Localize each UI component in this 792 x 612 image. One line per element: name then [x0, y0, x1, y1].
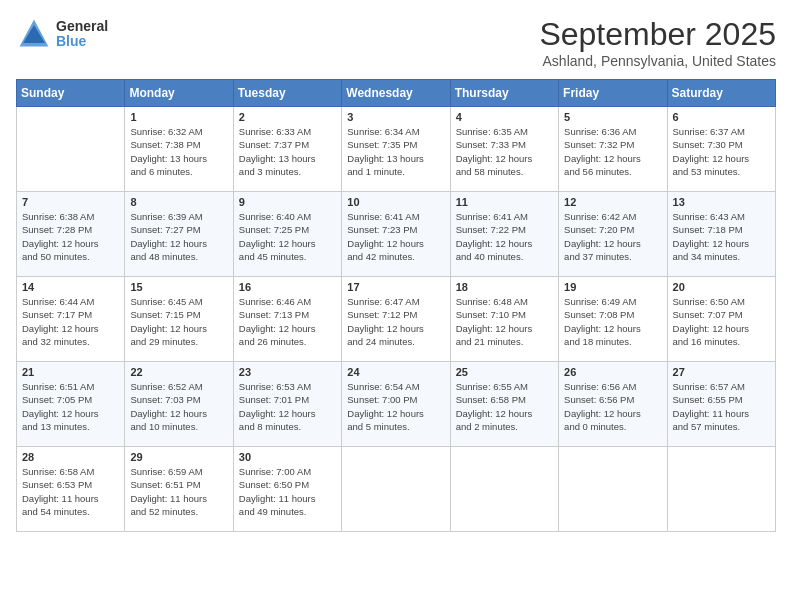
day-number: 1: [130, 111, 227, 123]
day-number: 9: [239, 196, 336, 208]
day-number: 18: [456, 281, 553, 293]
day-number: 3: [347, 111, 444, 123]
calendar-week-3: 14Sunrise: 6:44 AM Sunset: 7:17 PM Dayli…: [17, 277, 776, 362]
calendar-day: 12Sunrise: 6:42 AM Sunset: 7:20 PM Dayli…: [559, 192, 667, 277]
calendar-day: 8Sunrise: 6:39 AM Sunset: 7:27 PM Daylig…: [125, 192, 233, 277]
calendar-day: 27Sunrise: 6:57 AM Sunset: 6:55 PM Dayli…: [667, 362, 775, 447]
col-header-tuesday: Tuesday: [233, 80, 341, 107]
month-title: September 2025: [539, 16, 776, 53]
day-info: Sunrise: 6:57 AM Sunset: 6:55 PM Dayligh…: [673, 380, 770, 433]
title-area: September 2025 Ashland, Pennsylvania, Un…: [539, 16, 776, 69]
day-number: 16: [239, 281, 336, 293]
day-number: 13: [673, 196, 770, 208]
day-number: 5: [564, 111, 661, 123]
day-number: 10: [347, 196, 444, 208]
day-number: 27: [673, 366, 770, 378]
col-header-friday: Friday: [559, 80, 667, 107]
day-info: Sunrise: 6:36 AM Sunset: 7:32 PM Dayligh…: [564, 125, 661, 178]
day-info: Sunrise: 6:49 AM Sunset: 7:08 PM Dayligh…: [564, 295, 661, 348]
day-number: 6: [673, 111, 770, 123]
calendar-week-1: 1Sunrise: 6:32 AM Sunset: 7:38 PM Daylig…: [17, 107, 776, 192]
calendar-day: [667, 447, 775, 532]
day-info: Sunrise: 7:00 AM Sunset: 6:50 PM Dayligh…: [239, 465, 336, 518]
day-number: 23: [239, 366, 336, 378]
day-number: 7: [22, 196, 119, 208]
calendar-week-4: 21Sunrise: 6:51 AM Sunset: 7:05 PM Dayli…: [17, 362, 776, 447]
calendar-day: 9Sunrise: 6:40 AM Sunset: 7:25 PM Daylig…: [233, 192, 341, 277]
day-number: 24: [347, 366, 444, 378]
calendar-day: 30Sunrise: 7:00 AM Sunset: 6:50 PM Dayli…: [233, 447, 341, 532]
day-number: 21: [22, 366, 119, 378]
day-info: Sunrise: 6:32 AM Sunset: 7:38 PM Dayligh…: [130, 125, 227, 178]
calendar-day: 14Sunrise: 6:44 AM Sunset: 7:17 PM Dayli…: [17, 277, 125, 362]
calendar-day: [17, 107, 125, 192]
day-info: Sunrise: 6:59 AM Sunset: 6:51 PM Dayligh…: [130, 465, 227, 518]
day-info: Sunrise: 6:34 AM Sunset: 7:35 PM Dayligh…: [347, 125, 444, 178]
logo-icon: [16, 16, 52, 52]
logo-blue: Blue: [56, 34, 108, 49]
col-header-sunday: Sunday: [17, 80, 125, 107]
day-number: 26: [564, 366, 661, 378]
calendar-day: [342, 447, 450, 532]
day-info: Sunrise: 6:43 AM Sunset: 7:18 PM Dayligh…: [673, 210, 770, 263]
calendar-week-5: 28Sunrise: 6:58 AM Sunset: 6:53 PM Dayli…: [17, 447, 776, 532]
day-info: Sunrise: 6:44 AM Sunset: 7:17 PM Dayligh…: [22, 295, 119, 348]
day-info: Sunrise: 6:41 AM Sunset: 7:23 PM Dayligh…: [347, 210, 444, 263]
day-number: 15: [130, 281, 227, 293]
day-info: Sunrise: 6:50 AM Sunset: 7:07 PM Dayligh…: [673, 295, 770, 348]
day-info: Sunrise: 6:40 AM Sunset: 7:25 PM Dayligh…: [239, 210, 336, 263]
day-number: 17: [347, 281, 444, 293]
calendar-day: 6Sunrise: 6:37 AM Sunset: 7:30 PM Daylig…: [667, 107, 775, 192]
day-number: 19: [564, 281, 661, 293]
calendar-day: [450, 447, 558, 532]
calendar-day: 7Sunrise: 6:38 AM Sunset: 7:28 PM Daylig…: [17, 192, 125, 277]
calendar-day: 10Sunrise: 6:41 AM Sunset: 7:23 PM Dayli…: [342, 192, 450, 277]
col-header-saturday: Saturday: [667, 80, 775, 107]
day-info: Sunrise: 6:37 AM Sunset: 7:30 PM Dayligh…: [673, 125, 770, 178]
calendar-day: 13Sunrise: 6:43 AM Sunset: 7:18 PM Dayli…: [667, 192, 775, 277]
calendar-day: 11Sunrise: 6:41 AM Sunset: 7:22 PM Dayli…: [450, 192, 558, 277]
logo: General Blue: [16, 16, 108, 52]
calendar-day: 16Sunrise: 6:46 AM Sunset: 7:13 PM Dayli…: [233, 277, 341, 362]
calendar-day: 25Sunrise: 6:55 AM Sunset: 6:58 PM Dayli…: [450, 362, 558, 447]
day-info: Sunrise: 6:54 AM Sunset: 7:00 PM Dayligh…: [347, 380, 444, 433]
calendar-day: [559, 447, 667, 532]
day-info: Sunrise: 6:42 AM Sunset: 7:20 PM Dayligh…: [564, 210, 661, 263]
logo-text: General Blue: [56, 19, 108, 50]
day-info: Sunrise: 6:41 AM Sunset: 7:22 PM Dayligh…: [456, 210, 553, 263]
day-number: 30: [239, 451, 336, 463]
calendar-day: 5Sunrise: 6:36 AM Sunset: 7:32 PM Daylig…: [559, 107, 667, 192]
day-info: Sunrise: 6:56 AM Sunset: 6:56 PM Dayligh…: [564, 380, 661, 433]
day-number: 4: [456, 111, 553, 123]
calendar-day: 24Sunrise: 6:54 AM Sunset: 7:00 PM Dayli…: [342, 362, 450, 447]
calendar-day: 23Sunrise: 6:53 AM Sunset: 7:01 PM Dayli…: [233, 362, 341, 447]
day-info: Sunrise: 6:52 AM Sunset: 7:03 PM Dayligh…: [130, 380, 227, 433]
location: Ashland, Pennsylvania, United States: [539, 53, 776, 69]
day-number: 22: [130, 366, 227, 378]
day-number: 8: [130, 196, 227, 208]
day-info: Sunrise: 6:46 AM Sunset: 7:13 PM Dayligh…: [239, 295, 336, 348]
calendar-header-row: SundayMondayTuesdayWednesdayThursdayFrid…: [17, 80, 776, 107]
calendar-day: 28Sunrise: 6:58 AM Sunset: 6:53 PM Dayli…: [17, 447, 125, 532]
day-number: 20: [673, 281, 770, 293]
calendar-day: 17Sunrise: 6:47 AM Sunset: 7:12 PM Dayli…: [342, 277, 450, 362]
calendar-day: 21Sunrise: 6:51 AM Sunset: 7:05 PM Dayli…: [17, 362, 125, 447]
calendar-day: 22Sunrise: 6:52 AM Sunset: 7:03 PM Dayli…: [125, 362, 233, 447]
day-info: Sunrise: 6:45 AM Sunset: 7:15 PM Dayligh…: [130, 295, 227, 348]
calendar-day: 4Sunrise: 6:35 AM Sunset: 7:33 PM Daylig…: [450, 107, 558, 192]
calendar-day: 20Sunrise: 6:50 AM Sunset: 7:07 PM Dayli…: [667, 277, 775, 362]
calendar-week-2: 7Sunrise: 6:38 AM Sunset: 7:28 PM Daylig…: [17, 192, 776, 277]
calendar-day: 19Sunrise: 6:49 AM Sunset: 7:08 PM Dayli…: [559, 277, 667, 362]
day-number: 2: [239, 111, 336, 123]
calendar-day: 3Sunrise: 6:34 AM Sunset: 7:35 PM Daylig…: [342, 107, 450, 192]
calendar-day: 18Sunrise: 6:48 AM Sunset: 7:10 PM Dayli…: [450, 277, 558, 362]
calendar-day: 29Sunrise: 6:59 AM Sunset: 6:51 PM Dayli…: [125, 447, 233, 532]
day-info: Sunrise: 6:33 AM Sunset: 7:37 PM Dayligh…: [239, 125, 336, 178]
day-info: Sunrise: 6:38 AM Sunset: 7:28 PM Dayligh…: [22, 210, 119, 263]
day-number: 11: [456, 196, 553, 208]
col-header-monday: Monday: [125, 80, 233, 107]
day-number: 28: [22, 451, 119, 463]
day-number: 14: [22, 281, 119, 293]
day-info: Sunrise: 6:58 AM Sunset: 6:53 PM Dayligh…: [22, 465, 119, 518]
calendar-day: 15Sunrise: 6:45 AM Sunset: 7:15 PM Dayli…: [125, 277, 233, 362]
